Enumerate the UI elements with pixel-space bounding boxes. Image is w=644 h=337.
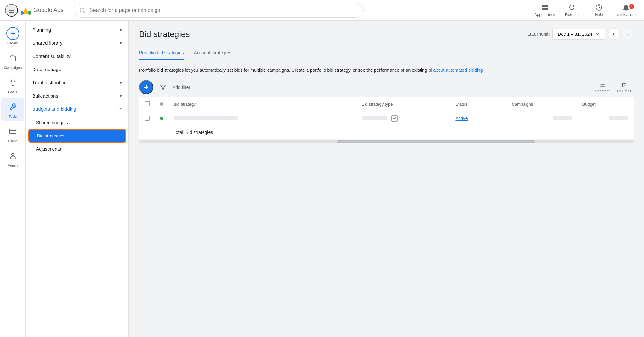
description-text: Portfolio bid strategies let you automat… (139, 68, 432, 73)
nav-sub-item-shared-budgets[interactable]: Shared budgets (26, 117, 128, 128)
hamburger-menu[interactable] (5, 4, 18, 17)
toolbar-left: Add filter (139, 80, 190, 94)
nav-sub-item-bid-strategies[interactable]: Bid strategies (28, 129, 126, 143)
bid-strategy-type-header-label: Bid strategy type (362, 102, 393, 107)
bid-strategy-loading (174, 116, 238, 120)
total-budget-cell (577, 126, 633, 139)
campaigns-header-label: Campaigns (512, 102, 533, 107)
refresh-button[interactable]: Refresh (559, 1, 585, 19)
page-description: Portfolio bid strategies let you automat… (139, 67, 634, 74)
svg-point-1 (28, 11, 31, 15)
status-header-label: Status (455, 102, 467, 107)
add-button[interactable] (139, 80, 153, 94)
date-controls: Last month Dec 1 – 31, 2024 (527, 28, 634, 40)
automated-bidding-link[interactable]: about automated bidding (433, 68, 483, 73)
segment-button[interactable]: ☰ Segment (593, 80, 612, 94)
col-header-checkbox (139, 97, 155, 111)
tools-label: Tools (9, 115, 17, 118)
table-scrollbar-thumb[interactable] (337, 140, 535, 143)
nav-section-data-manager: Data manager (26, 63, 128, 76)
nav-section-budgets-and-bidding: Budgets and bidding ▴ Shared budgets Bid… (26, 102, 128, 157)
nav-section-shared-library: Shared library ▾ (26, 36, 128, 50)
nav-section-troubleshooting: Troubleshooting ▾ (26, 76, 128, 89)
svg-marker-19 (161, 85, 166, 89)
row-budget-cell (577, 111, 633, 126)
search-bar[interactable] (74, 3, 364, 18)
checkbox-check-icon (393, 117, 396, 120)
tab-portfolio-bid-strategies[interactable]: Portfolio bid strategies (139, 46, 184, 60)
sort-ascending-icon[interactable]: ↑ (198, 102, 200, 107)
col-header-campaigns: Campaigns (507, 97, 577, 111)
filter-icon (160, 84, 166, 90)
sidebar-item-goals[interactable]: Goals (1, 73, 24, 97)
admin-icon (6, 149, 19, 162)
row-checkbox[interactable] (145, 116, 150, 121)
campaigns-loading (553, 116, 572, 120)
notifications-button[interactable]: 1 Notifications (613, 1, 639, 19)
svg-rect-14 (10, 129, 16, 134)
bid-strategy-type-loading (362, 116, 387, 120)
help-button[interactable]: Help (586, 1, 612, 19)
header-checkbox[interactable] (145, 101, 150, 106)
table-scrollbar-area (139, 140, 634, 143)
bulk-actions-label: Bulk actions (32, 93, 58, 98)
nav-section-troubleshooting-header[interactable]: Troubleshooting ▾ (26, 76, 128, 89)
tab-account-strategies[interactable]: Account strategies (194, 46, 231, 60)
tab-portfolio-label: Portfolio bid strategies (139, 50, 184, 55)
filter-button[interactable] (157, 81, 169, 93)
row-status-cell: Active (450, 111, 507, 126)
notifications-icon (622, 4, 630, 11)
planning-chevron: ▾ (120, 27, 122, 33)
bulk-actions-chevron: ▾ (120, 93, 122, 98)
search-input[interactable] (90, 7, 358, 13)
budgets-bidding-sub-items: Shared budgets Bid strategies Adjustment… (26, 116, 128, 157)
row-status-value[interactable]: Active (455, 116, 468, 121)
sidebar-item-tools[interactable]: Tools (1, 98, 24, 121)
budget-loading (609, 116, 628, 120)
shared-library-label: Shared library (32, 40, 62, 46)
total-status-cell (450, 126, 507, 139)
col-header-dot (155, 97, 168, 111)
notifications-label: Notifications (615, 13, 636, 17)
type-checkbox[interactable] (391, 115, 398, 122)
troubleshooting-label: Troubleshooting (32, 80, 67, 85)
app-name: Google Ads (33, 7, 63, 14)
appearance-button[interactable]: Appearance (532, 1, 558, 19)
page-header: Bid strategies Last month Dec 1 – 31, 20… (139, 28, 634, 40)
sidebar-item-admin[interactable]: Admin (1, 147, 24, 170)
nav-sidebar: Planning ▾ Shared library ▾ Content suit… (26, 21, 129, 337)
help-icon (595, 4, 603, 11)
create-circle (6, 27, 19, 40)
shared-budgets-label: Shared budgets (36, 120, 68, 125)
nav-section-planning-header[interactable]: Planning ▾ (26, 23, 128, 36)
main-content: Bid strategies Last month Dec 1 – 31, 20… (129, 21, 644, 337)
columns-button[interactable]: ⊞ Columns (615, 80, 634, 94)
logo-area: Google Ads (21, 5, 63, 15)
date-next-button[interactable] (622, 28, 634, 40)
sidebar-item-create[interactable]: Create (1, 24, 24, 48)
total-label-cell: Total: Bid strategies (168, 126, 356, 139)
total-label: Total: Bid strategies (174, 130, 213, 135)
nav-section-data-manager-header[interactable]: Data manager (26, 63, 128, 76)
plus-icon (143, 84, 149, 90)
chevron-right-icon (625, 32, 630, 37)
tools-icon (6, 100, 19, 113)
date-prev-button[interactable] (608, 28, 620, 40)
sidebar-item-billing[interactable]: Billing (1, 122, 24, 145)
tab-account-label: Account strategies (194, 50, 231, 55)
refresh-label: Refresh (565, 13, 579, 17)
sidebar-item-campaigns[interactable]: Campaigns (1, 49, 24, 72)
add-filter-label[interactable]: Add filter (173, 85, 190, 90)
nav-sub-item-adjustments[interactable]: Adjustments (26, 143, 128, 155)
nav-section-budgets-bidding-header[interactable]: Budgets and bidding ▴ (26, 102, 128, 116)
nav-section-bulk-actions: Bulk actions ▾ (26, 89, 128, 102)
chevron-left-icon (611, 32, 616, 37)
nav-section-content-suitability: Content suitability (26, 50, 128, 63)
nav-section-shared-library-header[interactable]: Shared library ▾ (26, 36, 128, 50)
nav-section-bulk-actions-header[interactable]: Bulk actions ▾ (26, 89, 128, 102)
svg-line-4 (84, 11, 85, 13)
nav-section-content-suitability-header[interactable]: Content suitability (26, 50, 128, 63)
date-picker-button[interactable]: Dec 1 – 31, 2024 (552, 29, 605, 40)
appearance-icon (541, 4, 549, 11)
sidebar-icons: Create Campaigns Goals (0, 21, 26, 337)
